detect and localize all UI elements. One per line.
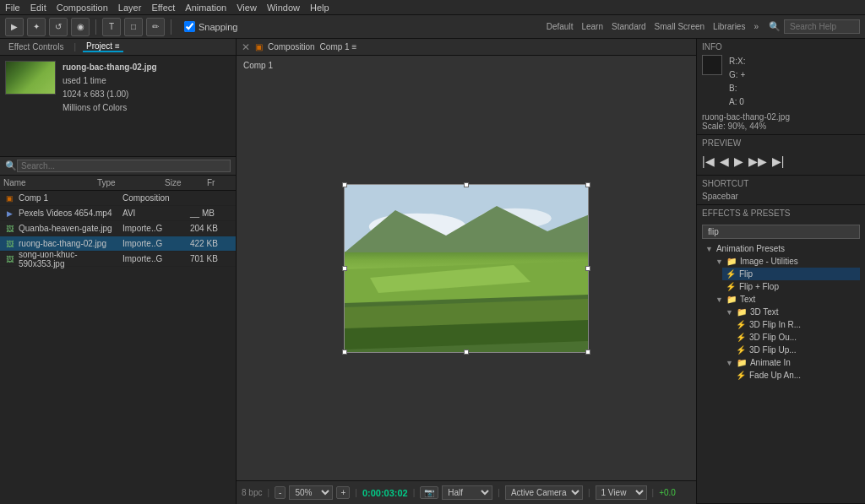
project-item-song[interactable]: 🖼 song-uon-khuc-590x353.jpg Importe..G 7… <box>0 252 236 267</box>
menu-view[interactable]: View <box>237 3 257 13</box>
search-input[interactable] <box>784 19 860 34</box>
anim-presets-label: Animation Presets <box>716 244 785 253</box>
snapping-label: Snapping <box>199 22 238 32</box>
menu-file[interactable]: File <box>5 3 20 13</box>
tool-pen[interactable]: ✦ <box>27 18 46 36</box>
file-dims: 1024 x 683 (1.00) <box>63 88 157 101</box>
tool-camera[interactable]: ◉ <box>71 18 90 36</box>
item-name-comp: Comp 1 <box>19 193 122 203</box>
tree-item-animation-presets[interactable]: ▼ Animation Presets <box>702 242 860 255</box>
handle-mid-right[interactable] <box>585 266 590 271</box>
project-item-quanba[interactable]: 🖼 Quanba-heaven-gate.jpg Importe..G 204 … <box>0 221 236 236</box>
workspace-standard[interactable]: Standard <box>612 22 646 31</box>
tree-item-3dflip-up[interactable]: ⚡ 3D Flip Up... <box>732 344 860 356</box>
arrow-icon-img: ▼ <box>715 257 723 266</box>
tree-item-flip[interactable]: ⚡ Flip <box>722 268 860 280</box>
tree-item-3dtext[interactable]: ▼ 📁 3D Text <box>722 306 860 318</box>
3dflipin-label: 3D Flip In R... <box>749 320 801 329</box>
handle-top-right[interactable] <box>585 182 590 187</box>
view-select[interactable]: Active Camera <box>505 485 583 500</box>
views-select[interactable]: 1 View 2 Views <box>596 485 647 500</box>
workspace-libraries[interactable]: Libraries <box>713 22 745 31</box>
project-search-input[interactable] <box>17 160 231 172</box>
comp-timecode[interactable]: 0:00:03:02 <box>362 488 408 498</box>
folder-icon-3dtext: 📁 <box>737 307 747 317</box>
menu-layer[interactable]: Layer <box>118 3 142 13</box>
bpc-label: 8 bpc <box>242 488 262 497</box>
comp-header: ✕ ▣ Composition Comp 1 ≡ <box>237 39 696 56</box>
effect-controls-tab[interactable]: Effect Controls <box>5 42 67 51</box>
handle-bottom-mid[interactable] <box>464 350 469 355</box>
item-name-song: song-uon-khuc-590x353.jpg <box>19 250 122 268</box>
top-left-header: Effect Controls | Project ≡ <box>0 39 236 56</box>
tool-select[interactable]: ▶ <box>5 18 24 36</box>
tool-text[interactable]: T <box>102 18 121 36</box>
zoom-out-btn[interactable]: - <box>275 486 286 499</box>
comp-controls-bar: 8 bpc | - 50% 100% 25% + | 0:00:03:02 | … <box>237 480 696 504</box>
menu-animation[interactable]: Animation <box>185 3 226 13</box>
tree-item-3dflip-in[interactable]: ⚡ 3D Flip In R... <box>732 318 860 331</box>
handle-top-left[interactable] <box>342 182 347 187</box>
comp-close-btn[interactable]: ✕ <box>242 41 250 53</box>
video-icon: ▶ <box>3 208 15 219</box>
comp-name-label[interactable]: Comp 1 ≡ <box>320 42 357 51</box>
item-size-video: __ MB <box>190 209 232 218</box>
workspace-default[interactable]: Default <box>547 22 574 31</box>
handle-top-mid[interactable] <box>464 182 469 187</box>
tool-brush[interactable]: ✏ <box>146 18 165 36</box>
file-used: used 1 time <box>63 74 157 88</box>
quality-select[interactable]: Half Full Quarter <box>442 485 492 500</box>
effects-search-input[interactable] <box>702 225 860 239</box>
effect-icon-flip: ⚡ <box>726 269 736 279</box>
prev-fwd[interactable]: ▶▶ <box>748 154 767 168</box>
workspace-learn[interactable]: Learn <box>581 22 603 31</box>
prev-last[interactable]: ▶| <box>772 154 785 168</box>
main-area: Effect Controls | Project ≡ ruong-bac-th… <box>0 39 865 504</box>
file-thumbnail <box>5 61 56 95</box>
project-item-video[interactable]: ▶ Pexels Videos 4654.mp4 AVI __ MB <box>0 206 236 221</box>
handle-bottom-right[interactable] <box>585 350 590 355</box>
menu-window[interactable]: Window <box>267 3 300 13</box>
3dtext-label: 3D Text <box>750 307 779 317</box>
col-header-type: Type <box>97 178 165 187</box>
project-panel: 🔍 Name Type Size Fr ▣ Comp 1 Composition… <box>0 157 236 504</box>
item-type-ruong: Importe..G <box>122 239 190 248</box>
file-name: ruong-bac-thang-02.jpg <box>63 61 157 74</box>
arrow-icon-animatein: ▼ <box>726 359 733 367</box>
tree-item-animate-in[interactable]: ▼ 📁 Animate In <box>722 356 860 369</box>
item-type-song: Importe..G <box>122 254 190 263</box>
folder-icon-text: 📁 <box>726 295 737 304</box>
col-header-size: Size <box>165 178 207 187</box>
prev-first[interactable]: |◀ <box>702 154 715 168</box>
prev-back[interactable]: ◀ <box>720 154 729 168</box>
tree-item-text[interactable]: ▼ 📁 Text <box>712 293 860 306</box>
comp-viewer[interactable]: Comp 1 <box>237 56 696 480</box>
snapping-checkbox[interactable] <box>184 21 195 32</box>
project-tab[interactable]: Project ≡ <box>83 41 123 52</box>
workspace-small-screen[interactable]: Small Screen <box>655 22 705 31</box>
menu-composition[interactable]: Composition <box>57 3 108 13</box>
handle-mid-left[interactable] <box>342 266 347 271</box>
workspace-more[interactable]: » <box>753 22 759 31</box>
text-label: Text <box>740 295 755 304</box>
item-name-ruong: ruong-bac-thang-02.jpg <box>19 239 122 248</box>
prev-play[interactable]: ▶ <box>734 154 743 168</box>
toolbar-sep1 <box>95 19 96 35</box>
tool-rotate[interactable]: ↺ <box>49 18 68 36</box>
tool-shape[interactable]: □ <box>124 18 143 36</box>
menu-help[interactable]: Help <box>310 3 329 13</box>
tree-item-image-utilities[interactable]: ▼ 📁 Image - Utilities <box>712 255 860 268</box>
menu-edit[interactable]: Edit <box>30 3 46 13</box>
handle-bottom-left[interactable] <box>342 350 347 355</box>
project-item-comp[interactable]: ▣ Comp 1 Composition <box>0 191 236 206</box>
zoom-select[interactable]: 50% 100% 25% <box>289 485 333 500</box>
effect-icon-fadeup: ⚡ <box>736 371 746 380</box>
plus-label: + <box>741 68 746 82</box>
tree-item-flip-flop[interactable]: ⚡ Flip + Flop <box>722 280 860 293</box>
camera-btn[interactable]: 📷 <box>420 486 438 499</box>
search-area: 🔍 <box>769 19 860 34</box>
menu-effect[interactable]: Effect <box>151 3 175 13</box>
tree-item-3dflip-out[interactable]: ⚡ 3D Flip Ou... <box>732 331 860 344</box>
zoom-in-btn[interactable]: + <box>336 486 350 499</box>
tree-item-fade-up[interactable]: ⚡ Fade Up An... <box>732 369 860 382</box>
